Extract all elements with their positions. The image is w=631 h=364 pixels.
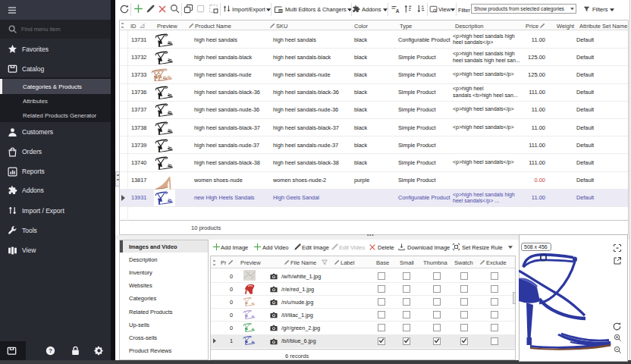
svg-text:?: ?: [49, 347, 52, 354]
svg-text:A: A: [396, 8, 400, 14]
